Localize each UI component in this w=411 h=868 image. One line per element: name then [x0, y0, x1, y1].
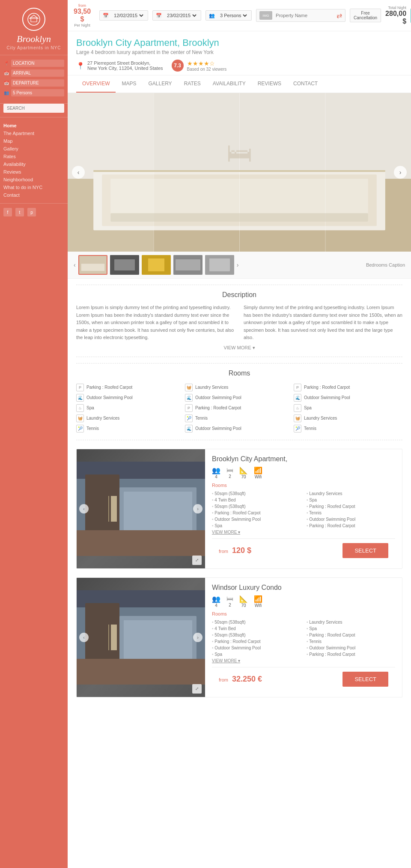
pinterest-icon[interactable]: p	[27, 208, 36, 216]
tab-contact[interactable]: CONTACT	[287, 75, 324, 93]
feature-laundry-2: 🧺 Laundry Services	[185, 382, 294, 393]
swap-icon[interactable]: ⇄	[337, 12, 342, 20]
room2-select-button[interactable]: SELECT	[342, 672, 388, 687]
arrival-select[interactable]: ARRIVAL	[11, 69, 64, 77]
date-to-wrap[interactable]: 📅 23/02/2015	[152, 10, 201, 21]
feature-label: Laundry Services	[304, 416, 337, 420]
thumbnails-prev-button[interactable]: ‹	[74, 261, 76, 268]
room2-next-button[interactable]: ›	[193, 633, 203, 642]
location-icon: 📍	[3, 61, 9, 66]
date-from-select[interactable]: 12/02/2015	[112, 12, 145, 18]
room2-feat-r5: Outdoor Swimming Pool	[307, 645, 395, 651]
room-card-2: ‹ › ⤢ Windsor Luxury Condo 👥 4 🛏 2 📐 70	[76, 577, 402, 697]
description-section: Description Lorem Ipsum is simply dummy …	[76, 285, 402, 357]
room2-features-left: 50sqm (538sqft) 4 Twin Bed 50sqm (538sqf…	[212, 619, 301, 658]
room1-prev-button[interactable]: ‹	[79, 504, 89, 514]
twitter-icon[interactable]: t	[15, 208, 24, 216]
tab-reviews[interactable]: REVIEWS	[252, 75, 287, 93]
room2-amenities: 👥 4 🛏 2 📐 70 📶 Wifi	[212, 595, 395, 608]
logo-icon	[22, 8, 45, 31]
feature-pool-1: 🌊 Outdoor Swimming Pool	[76, 393, 185, 403]
thumbnail-3[interactable]	[142, 255, 171, 275]
sidebar-item-neighborhood[interactable]: Neighborhood	[3, 176, 64, 183]
room1-expand-button[interactable]: ⤢	[192, 556, 202, 565]
calendar-from-icon: 📅	[103, 13, 109, 18]
feature-label: Outdoor Swimming Pool	[86, 395, 133, 400]
room2-view-more[interactable]: VIEW MORE ▾	[212, 658, 240, 663]
thumbnail-5[interactable]	[205, 255, 234, 275]
gallery-next-button[interactable]: ›	[394, 166, 407, 179]
address-line1: 27 Pierrepont Street Brooklyn,	[87, 60, 163, 66]
date-to-select[interactable]: 23/02/2015	[165, 12, 198, 18]
svg-rect-16	[81, 264, 104, 271]
view-more-button[interactable]: VIEW MORE ▾	[223, 345, 255, 351]
total-label: Total Night	[385, 6, 406, 10]
sidebar-item-home[interactable]: Home	[3, 122, 64, 129]
room2-feat-r6: Parking : Roofed Carpot	[307, 651, 395, 658]
feature-label: Tennis	[195, 416, 208, 420]
sidebar-item-availability[interactable]: Availability	[3, 160, 64, 168]
guests-icon: 👥	[212, 466, 220, 475]
persons-wrap[interactable]: 👥 3 Persons	[206, 10, 252, 21]
room2-price: from 32.250 €	[219, 675, 262, 684]
search-input[interactable]	[3, 104, 64, 113]
free-cancellation-button[interactable]: Free Cancellation	[350, 9, 381, 22]
size2-icon: 📐	[239, 595, 248, 603]
room1-view-more[interactable]: VIEW MORE ▾	[212, 530, 240, 535]
sidebar-item-map[interactable]: Map	[3, 137, 64, 145]
thumbnails-next-button[interactable]: ›	[237, 261, 239, 268]
sidebar-item-whatnc[interactable]: What to do in NYC	[3, 183, 64, 191]
tab-overview[interactable]: OVERVIEW	[76, 75, 116, 93]
description-title: Description	[76, 291, 402, 299]
arrival-filter[interactable]: 📅 ARRIVAL	[3, 69, 64, 77]
room1-from-label: from	[219, 549, 228, 554]
tab-maps[interactable]: MAPS	[116, 75, 142, 93]
location-select[interactable]: LOCATION	[11, 60, 64, 67]
gallery-prev-button[interactable]: ‹	[72, 166, 85, 179]
sidebar-item-contact[interactable]: Contact	[3, 191, 64, 199]
feature-parking-3: P Parking : Roofed Carpot	[294, 382, 402, 393]
tab-availability[interactable]: AVAILABILITY	[207, 75, 252, 93]
persons-select[interactable]: 5 Persons	[11, 89, 64, 96]
price-value: 93,50 $	[74, 8, 91, 23]
room1-feat-2: 4 Twin Bed	[212, 497, 301, 503]
property-name-input[interactable]	[276, 13, 335, 18]
tab-gallery[interactable]: GALLERY	[142, 75, 178, 93]
description-col-left: Lorem Ipsum is simply dummy text of the …	[76, 304, 235, 342]
persons-filter[interactable]: 👥 5 Persons	[3, 89, 64, 96]
room1-features: 50sqm (538sqft) 4 Twin Bed 50sqm (538sqf…	[212, 490, 395, 529]
persons-input-select[interactable]: 3 Persons	[218, 12, 248, 18]
room2-feat-r3: Parking : Roofed Carpot	[307, 632, 395, 638]
brand-sub: City Apartments in NYC	[6, 45, 61, 50]
tab-rates[interactable]: RATES	[178, 75, 207, 93]
sidebar-item-rates[interactable]: Rates	[3, 153, 64, 160]
svg-rect-10	[239, 93, 240, 252]
laundry3-icon: 🧺	[294, 414, 301, 422]
thumbnail-1[interactable]	[78, 255, 107, 275]
room-card-1-image: ‹ › ⤢	[77, 449, 205, 568]
facebook-icon[interactable]: f	[3, 208, 12, 216]
feature-laundry-1: 🧺 Laundry Services	[76, 413, 185, 423]
tennis-icon: 🎾	[76, 425, 84, 432]
rooms-col-2: 🧺 Laundry Services 🌊 Outdoor Swimming Po…	[185, 382, 294, 434]
wifi2-icon: 📶	[254, 595, 262, 603]
location-filter[interactable]: 📍 LOCATION	[3, 60, 64, 67]
sidebar-item-gallery[interactable]: Gallery	[3, 145, 64, 153]
room2-features: 50sqm (538sqft) 4 Twin Bed 50sqm (538sqf…	[212, 619, 395, 658]
departure-select[interactable]: DEPARTURE	[11, 79, 64, 87]
date-from-wrap[interactable]: 📅 12/02/2015	[99, 10, 148, 21]
room1-next-button[interactable]: ›	[193, 504, 203, 514]
room2-expand-button[interactable]: ⤢	[192, 684, 202, 694]
room1-select-button[interactable]: SELECT	[342, 543, 388, 558]
size-icon: 📐	[239, 466, 248, 475]
property-name-wrap[interactable]: IMG ⇄	[256, 9, 345, 22]
thumbnail-2[interactable]	[110, 255, 139, 275]
sidebar-item-apartment[interactable]: The Apartment	[3, 129, 64, 137]
room2-prev-button[interactable]: ‹	[79, 633, 89, 642]
departure-filter[interactable]: 📅 DEPARTURE	[3, 79, 64, 87]
room2-feat-6: Spa	[212, 651, 301, 658]
sidebar-item-reviews[interactable]: Reviews	[3, 168, 64, 176]
spa3-icon: ♨	[294, 404, 301, 412]
room1-rooms-label: Rooms	[212, 483, 395, 488]
thumbnail-4[interactable]	[173, 255, 203, 275]
